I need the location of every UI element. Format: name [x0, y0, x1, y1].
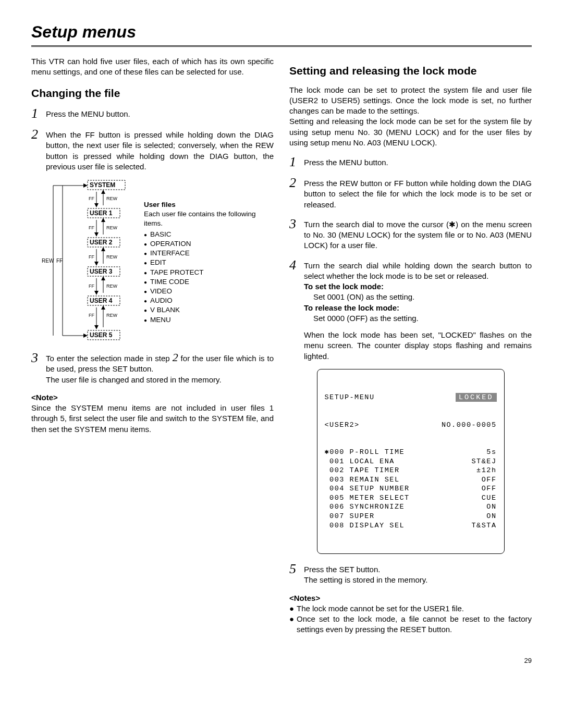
item: MENU	[144, 315, 274, 325]
svg-marker-34	[101, 276, 105, 280]
svg-marker-20	[94, 232, 99, 237]
svg-text:FF: FF	[89, 254, 94, 260]
right-step-2: 2 Press the REW button or FF button whil…	[289, 176, 532, 210]
user3-box: USER 3	[90, 268, 113, 275]
step-text: Press the MENU button.	[46, 107, 274, 120]
note-heading: <Note>	[31, 392, 274, 403]
svg-marker-3	[83, 183, 88, 188]
lock-result: When the lock mode has been set, "LOCKED…	[304, 330, 532, 362]
locked-badge: LOCKED	[456, 393, 497, 402]
menu-row: 002 TAPE TIMER±12h	[325, 466, 497, 475]
left-step-2: 2 When the FF button is pressed while ho…	[31, 128, 274, 172]
svg-marker-26	[94, 262, 99, 266]
menu-title: SETUP-MENU	[325, 393, 375, 402]
title-rule	[31, 45, 532, 47]
left-column: This VTR can hold five user files, each …	[31, 56, 274, 635]
svg-marker-5	[83, 334, 88, 338]
svg-marker-32	[94, 291, 99, 295]
item: BASIC	[144, 230, 274, 239]
set-lock-title: To set the lock mode:	[304, 281, 532, 292]
step-text: Press the REW button or FF button while …	[304, 176, 532, 210]
right-step-5: 5 Press the SET button. The setting is s…	[289, 562, 532, 586]
user1-box: USER 1	[90, 209, 113, 217]
step-text: To enter the selection made in step 2 fo…	[46, 351, 274, 385]
svg-text:REW: REW	[106, 254, 118, 260]
page-title: Setup menus	[31, 21, 532, 43]
menu-row: 007 SUPERON	[325, 512, 497, 521]
svg-marker-38	[94, 325, 99, 329]
user-files-items: BASIC OPERATION INTERFACE EDIT TAPE PROT…	[144, 230, 274, 325]
step-text: When the FF button is pressed while hold…	[46, 128, 274, 172]
two-column-layout: This VTR can hold five user files, each …	[31, 56, 532, 635]
svg-marker-40	[101, 305, 105, 310]
left-step-3: 3 To enter the selection made in step 2 …	[31, 351, 274, 385]
svg-marker-14	[94, 203, 99, 207]
release-lock-body: Set 0000 (OFF) as the setting.	[313, 313, 532, 324]
step-number: 3	[31, 351, 46, 385]
step-number: 2	[31, 128, 46, 172]
file-diagram: REW FF SYSTEM USER 1 USER 2	[42, 179, 274, 341]
svg-text:REW: REW	[106, 225, 118, 230]
item: INTERFACE	[144, 249, 274, 258]
item: EDIT	[144, 258, 274, 267]
svg-text:FF: FF	[89, 225, 94, 230]
ff-label: FF	[56, 258, 63, 264]
right-step-3: 3 Turn the search dial to move the curso…	[289, 217, 532, 251]
step-text: Turn the search dial to move the cursor …	[304, 217, 532, 251]
changing-file-heading: Changing the file	[31, 86, 274, 101]
intro-text: This VTR can hold five user files, each …	[31, 56, 274, 78]
user2-box: USER 2	[90, 239, 113, 246]
left-step-1: 1 Press the MENU button.	[31, 107, 274, 120]
set-lock-body: Set 0001 (ON) as the setting.	[313, 292, 532, 302]
system-box: SYSTEM	[90, 181, 115, 189]
svg-text:FF: FF	[89, 313, 94, 318]
menu-row: 003 REMAIN SELOFF	[325, 475, 497, 485]
right-step-1: 1 Press the MENU button.	[289, 155, 532, 169]
menu-user-line-right: NO.000-0005	[442, 421, 497, 430]
step-text: Press the SET button. The setting is sto…	[304, 562, 532, 586]
rew-label: REW	[42, 258, 54, 264]
step-text: Turn the search dial while holding down …	[304, 258, 532, 362]
user4-box: USER 4	[90, 297, 113, 304]
item: AUDIO	[144, 296, 274, 305]
user-files-legend: User files Each user file contains the f…	[144, 179, 274, 326]
menu-row: ✱000 P-ROLL TIME5s	[325, 448, 497, 457]
lock-mode-heading: Setting and releasing the lock mode	[289, 64, 532, 78]
lock-intro-2: Setting and releasing the lock mode can …	[289, 116, 532, 148]
svg-marker-16	[101, 190, 105, 194]
right-column: Setting and releasing the lock mode The …	[289, 56, 532, 635]
svg-text:FF: FF	[89, 283, 94, 289]
user-files-desc: Each user file contains the following it…	[144, 209, 274, 228]
item: TIME CODE	[144, 277, 274, 287]
menu-row: 006 SYNCHRONIZEON	[325, 502, 497, 512]
step-number: 1	[31, 107, 46, 120]
menu-screen: SETUP-MENU LOCKED <USER2> NO.000-0005 ✱0…	[317, 369, 505, 554]
svg-text:FF: FF	[89, 196, 94, 201]
svg-marker-22	[101, 218, 105, 222]
step-number: 5	[289, 562, 304, 586]
step-number: 4	[289, 258, 304, 362]
item: OPERATION	[144, 239, 274, 249]
user-files-title: User files	[144, 200, 274, 209]
item: TAPE PROTECT	[144, 268, 274, 277]
right-step-4: 4 Turn the search dial while holding dow…	[289, 258, 532, 362]
menu-row: 004 SETUP NUMBEROFF	[325, 484, 497, 493]
svg-text:REW: REW	[106, 196, 118, 201]
notes-heading: <Notes>	[289, 593, 532, 603]
step-number: 3	[289, 217, 304, 251]
release-lock-title: To release the lock mode:	[304, 303, 532, 313]
step-number: 1	[289, 155, 304, 169]
menu-row: 005 METER SELECTCUE	[325, 493, 497, 503]
user5-box: USER 5	[90, 331, 113, 339]
lock-intro-1: The lock mode can be set to protect the …	[289, 85, 532, 117]
step-text: Press the MENU button.	[304, 155, 532, 169]
menu-user-line-left: <USER2>	[325, 421, 360, 430]
item: V BLANK	[144, 305, 274, 315]
page-number: 29	[31, 656, 532, 665]
note-bullet: ●The lock mode cannot be set for the USE…	[289, 603, 532, 614]
menu-row: 008 DISPLAY SELT&STA	[325, 521, 497, 530]
note-bullet: ●Once set to the lock mode, a file canno…	[289, 614, 532, 635]
diagram-svg: REW FF SYSTEM USER 1 USER 2	[42, 179, 139, 341]
svg-text:REW: REW	[106, 313, 118, 318]
svg-text:REW: REW	[106, 283, 118, 289]
